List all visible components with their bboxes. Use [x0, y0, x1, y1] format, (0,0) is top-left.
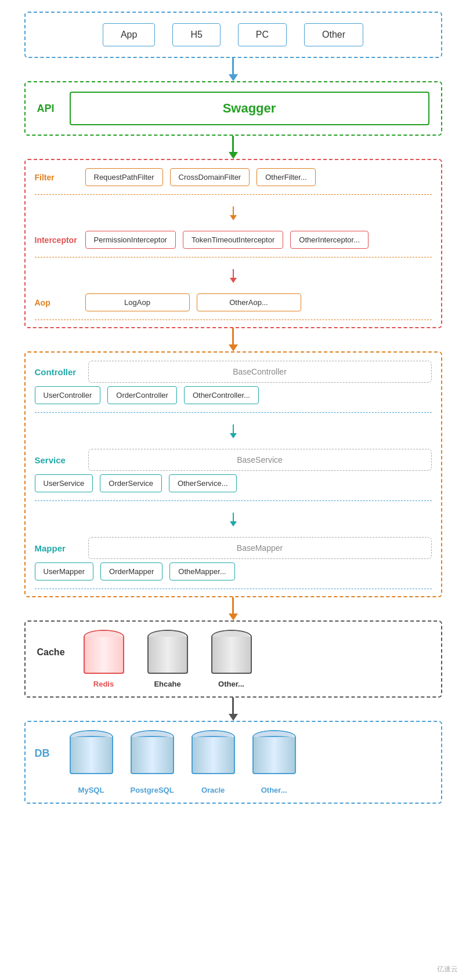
arrow-controller-to-service	[35, 424, 432, 438]
filter-layer: Filter RequestPathFilter CrossDomainFilt…	[24, 159, 442, 328]
redis-label: Redis	[93, 680, 114, 688]
mapper-item-0: UserMapper	[35, 562, 94, 580]
aop-item-1: OtherAop...	[197, 293, 301, 311]
postgresql-label: PostgreSQL	[131, 786, 174, 794]
arrow-client-to-api	[229, 58, 238, 81]
oracle-label: Oracle	[201, 786, 225, 794]
other-cache-label: Other...	[218, 680, 244, 688]
interceptor-divider	[35, 257, 432, 257]
controller-item-1: OrderController	[107, 386, 177, 404]
client-other: Other	[304, 23, 363, 46]
controller-items: UserController OrderController OtherCont…	[35, 386, 432, 404]
db-item-oracle: Oracle	[192, 730, 235, 794]
filter-divider	[35, 194, 432, 195]
other-cache-cylinder	[211, 630, 252, 676]
service-divider	[35, 500, 432, 501]
mapper-divider	[35, 589, 432, 589]
aop-label: Aop	[35, 298, 78, 307]
controller-label: Controller	[35, 367, 81, 377]
arrow-cache-to-db	[229, 698, 238, 721]
filter-item-2: OtherFilter...	[257, 168, 316, 186]
mysql-cylinder	[70, 730, 113, 782]
aop-row: Aop LogAop OtherAop...	[35, 293, 432, 311]
aop-item-0: LogAop	[85, 293, 190, 311]
watermark: 亿速云	[437, 964, 458, 974]
client-app: App	[103, 23, 155, 46]
redis-cylinder	[84, 630, 124, 676]
service-items: UserService OrderService OtherService...	[35, 474, 432, 492]
client-pc: PC	[238, 23, 287, 46]
interceptor-item-0: PermissionInterceptor	[85, 231, 176, 249]
db-item-other: Other...	[252, 730, 296, 794]
controller-item-0: UserController	[35, 386, 101, 404]
arrow-interceptor-to-aop	[35, 269, 432, 283]
cache-item-ehcache: Ehcahe	[147, 630, 188, 688]
arrow-mapper-to-cache	[229, 597, 238, 620]
mapper-section: Mapper BaseMapper UserMapper OrderMapper…	[35, 537, 432, 580]
controller-item-2: OtherController...	[184, 386, 259, 404]
interceptor-label: Interceptor	[35, 235, 78, 245]
swagger-box: Swagger	[70, 92, 429, 125]
ehcache-cylinder	[147, 630, 188, 676]
mapper-label: Mapper	[35, 543, 81, 553]
postgresql-cylinder	[131, 730, 174, 782]
cache-items: Redis Ehcahe Other...	[84, 630, 252, 688]
service-item-1: OrderService	[100, 474, 162, 492]
service-item-0: UserService	[35, 474, 93, 492]
api-label: API	[37, 103, 60, 115]
controller-section: Controller BaseController UserController…	[35, 361, 432, 404]
client-layer: App H5 PC Other	[24, 12, 442, 58]
mvc-layer: Controller BaseController UserController…	[24, 351, 442, 597]
cache-label: Cache	[37, 630, 72, 658]
filter-item-0: RequestPathFilter	[85, 168, 163, 186]
filter-item-1: CrossDomainFilter	[170, 168, 250, 186]
architecture-diagram: App H5 PC Other API Swagger Filter Reque…	[12, 12, 454, 804]
arrow-filter-to-interceptor	[35, 206, 432, 220]
cache-item-other: Other...	[211, 630, 252, 688]
service-label: Service	[35, 455, 81, 465]
oracle-cylinder	[192, 730, 235, 782]
other-db-cylinder	[252, 730, 296, 782]
filter-row: Filter RequestPathFilter CrossDomainFilt…	[35, 168, 432, 186]
base-mapper: BaseMapper	[88, 537, 432, 559]
api-layer: API Swagger	[24, 81, 442, 136]
cache-layer: Cache Redis Ehcahe	[24, 620, 442, 698]
db-item-mysql: MySQL	[70, 730, 113, 794]
db-layer: DB MySQL	[24, 721, 442, 804]
filter-label: Filter	[35, 173, 78, 182]
mapper-item-2: OtheMapper...	[169, 562, 234, 580]
base-controller: BaseController	[88, 361, 432, 383]
db-items: MySQL PostgreSQL	[70, 730, 296, 794]
arrow-service-to-mapper	[35, 513, 432, 527]
db-item-postgresql: PostgreSQL	[131, 730, 174, 794]
service-section: Service BaseService UserService OrderSer…	[35, 449, 432, 492]
service-item-2: OtherService...	[169, 474, 237, 492]
interceptor-row: Interceptor PermissionInterceptor TokenT…	[35, 231, 432, 249]
interceptor-item-1: TokenTimeoutInterceptor	[183, 231, 283, 249]
other-db-label: Other...	[261, 786, 287, 794]
db-label: DB	[35, 730, 58, 760]
mapper-items: UserMapper OrderMapper OtheMapper...	[35, 562, 432, 580]
arrow-filter-to-controller	[229, 328, 238, 351]
base-service: BaseService	[88, 449, 432, 471]
controller-divider	[35, 412, 432, 413]
aop-divider	[35, 320, 432, 320]
interceptor-item-2: OtherInterceptor...	[290, 231, 369, 249]
mapper-item-1: OrderMapper	[100, 562, 162, 580]
client-h5: H5	[172, 23, 220, 46]
cache-item-redis: Redis	[84, 630, 124, 688]
mysql-label: MySQL	[78, 786, 104, 794]
ehcache-label: Ehcahe	[154, 680, 180, 688]
arrow-api-to-filter	[229, 136, 238, 159]
